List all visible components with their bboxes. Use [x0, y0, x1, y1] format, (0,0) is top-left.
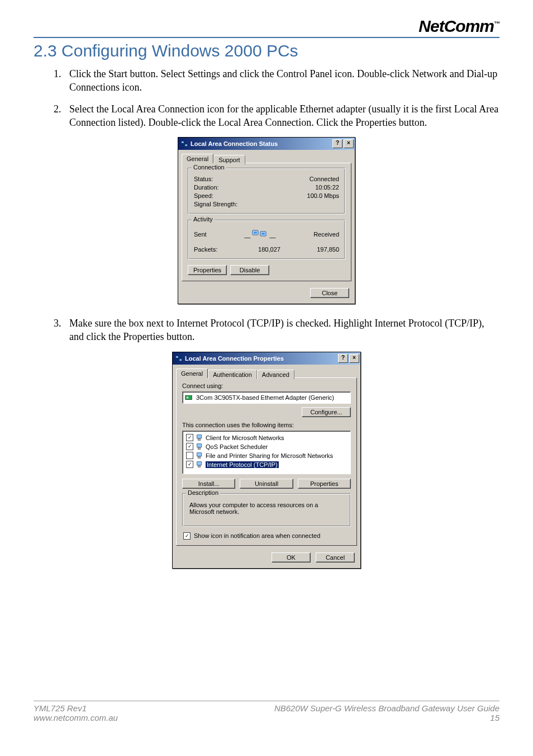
- item-checkbox[interactable]: ✓: [186, 434, 193, 441]
- header-rule: [34, 37, 499, 38]
- network-icon: [175, 355, 183, 362]
- close-button[interactable]: ×: [349, 354, 359, 363]
- adapter-field: 3Com 3C905TX-based Ethernet Adapter (Gen…: [182, 391, 351, 404]
- svg-rect-6: [176, 356, 178, 358]
- items-label: This connection uses the following items…: [182, 422, 351, 428]
- uninstall-button[interactable]: Uninstall: [240, 479, 293, 489]
- props-title: Local Area Connection Properties: [185, 355, 337, 362]
- props-tabstrip: General Authentication Advanced: [173, 365, 360, 377]
- nic-icon: [185, 394, 193, 401]
- items-listbox[interactable]: ✓Client for Microsoft Networks✓QoS Packe…: [182, 431, 351, 474]
- svg-rect-14: [197, 453, 202, 456]
- footer-guide-title: NB620W Super-G Wireless Broadband Gatewa…: [274, 703, 499, 713]
- svg-rect-3: [254, 231, 257, 234]
- svg-rect-9: [187, 396, 189, 399]
- received-label: Received: [313, 231, 339, 238]
- svg-rect-13: [198, 448, 200, 450]
- svg-rect-5: [261, 233, 265, 235]
- packets-label: Packets:: [194, 246, 244, 253]
- activity-mid: — —: [207, 228, 314, 240]
- sent-label: Sent: [194, 231, 207, 238]
- footer-page-number: 15: [274, 713, 499, 722]
- connect-using-label: Connect using:: [182, 382, 351, 389]
- item-label: QoS Packet Scheduler: [206, 443, 268, 450]
- item-label: Internet Protocol (TCP/IP): [206, 461, 279, 468]
- connection-legend: Connection: [192, 164, 226, 171]
- close-button[interactable]: ×: [344, 139, 354, 148]
- props-titlebar: Local Area Connection Properties ? ×: [173, 352, 360, 365]
- speed-label: Speed:: [194, 192, 294, 199]
- items-button-row: Install... Uninstall Properties: [182, 479, 351, 489]
- item-label: Client for Microsoft Networks: [206, 434, 284, 441]
- duration-value: 10:05:22: [294, 184, 339, 191]
- instruction-list: Click the Start button. Select Settings …: [64, 67, 499, 129]
- properties-button[interactable]: Properties: [188, 265, 227, 275]
- item-label: File and Printer Sharing for Microsoft N…: [206, 452, 333, 459]
- brand-logo: NetComm™: [34, 17, 499, 36]
- network-item[interactable]: ✓QoS Packet Scheduler: [185, 442, 348, 451]
- component-icon: [196, 461, 203, 469]
- adapter-name: 3Com 3C905TX-based Ethernet Adapter (Gen…: [196, 394, 334, 401]
- activity-legend: Activity: [192, 216, 215, 223]
- step-2: Select the Local Area Connection icon fo…: [64, 102, 499, 130]
- item-checkbox[interactable]: ✓: [186, 443, 193, 450]
- cancel-button[interactable]: Cancel: [316, 552, 355, 563]
- status-footer: Close: [178, 285, 355, 304]
- figure-properties-dialog: Local Area Connection Properties ? × Gen…: [34, 352, 499, 569]
- packets-sent: 180,027: [244, 246, 294, 253]
- network-icon: [180, 140, 188, 148]
- component-icon: [196, 434, 203, 442]
- item-properties-button[interactable]: Properties: [298, 479, 351, 489]
- status-button-row: Properties Disable: [188, 265, 345, 275]
- item-checkbox[interactable]: ✓: [186, 461, 193, 468]
- properties-dialog: Local Area Connection Properties ? × Gen…: [172, 352, 361, 569]
- tab-general[interactable]: General: [182, 154, 213, 163]
- step-1: Click the Start button. Select Settings …: [64, 67, 499, 94]
- status-titlebar: Local Area Connection Status ? ×: [178, 138, 355, 150]
- ok-button[interactable]: OK: [272, 552, 311, 563]
- page-footer: YML725 Rev1 www.netcomm.com.au NB620W Su…: [34, 701, 499, 722]
- status-panel: Connection Status:Connected Duration:10:…: [182, 163, 351, 281]
- show-icon-label: Show icon in notification area when conn…: [194, 532, 320, 539]
- tab-support[interactable]: Support: [213, 155, 245, 164]
- tab-authentication[interactable]: Authentication: [208, 370, 257, 379]
- show-icon-checkbox[interactable]: ✓: [183, 532, 191, 540]
- status-label: Status:: [194, 176, 294, 182]
- network-item[interactable]: File and Printer Sharing for Microsoft N…: [185, 451, 348, 460]
- svg-rect-17: [198, 466, 200, 467]
- item-checkbox[interactable]: [186, 452, 193, 459]
- svg-rect-0: [182, 141, 184, 144]
- svg-rect-12: [197, 444, 202, 447]
- description-legend: Description: [186, 489, 220, 496]
- dash-left: —: [244, 234, 250, 240]
- figure-status-dialog: Local Area Connection Status ? × General…: [34, 137, 499, 304]
- tab-general[interactable]: General: [176, 368, 208, 378]
- props-footer: OK Cancel: [173, 549, 360, 568]
- footer-left: YML725 Rev1 www.netcomm.com.au: [34, 703, 118, 722]
- packets-received: 197,850: [294, 246, 339, 253]
- status-dialog: Local Area Connection Status ? × General…: [178, 137, 355, 304]
- status-value: Connected: [294, 176, 339, 182]
- footer-doc-rev: YML725 Rev1: [34, 703, 118, 713]
- svg-rect-8: [185, 395, 192, 399]
- description-text: Allows your computer to access resources…: [189, 502, 344, 515]
- dash-right: —: [269, 234, 275, 240]
- connection-group: Connection Status:Connected Duration:10:…: [188, 168, 345, 214]
- tab-advanced[interactable]: Advanced: [257, 370, 294, 379]
- help-button[interactable]: ?: [332, 139, 342, 148]
- close-dialog-button[interactable]: Close: [310, 288, 349, 298]
- status-title: Local Area Connection Status: [191, 140, 331, 147]
- footer-url: www.netcomm.com.au: [34, 713, 118, 722]
- configure-button[interactable]: Configure...: [302, 407, 351, 417]
- show-icon-row[interactable]: ✓ Show icon in notification area when co…: [183, 532, 351, 540]
- install-button[interactable]: Install...: [182, 479, 235, 489]
- network-item[interactable]: ✓Client for Microsoft Networks: [185, 433, 348, 442]
- signal-value: [294, 201, 339, 207]
- speed-value: 100.0 Mbps: [294, 192, 339, 199]
- svg-rect-11: [198, 439, 200, 441]
- svg-rect-16: [197, 462, 202, 465]
- disable-button[interactable]: Disable: [230, 265, 269, 275]
- network-item[interactable]: ✓Internet Protocol (TCP/IP): [185, 460, 348, 469]
- help-button[interactable]: ?: [338, 354, 348, 363]
- step-3: Make sure the box next to Internet Proto…: [64, 316, 499, 344]
